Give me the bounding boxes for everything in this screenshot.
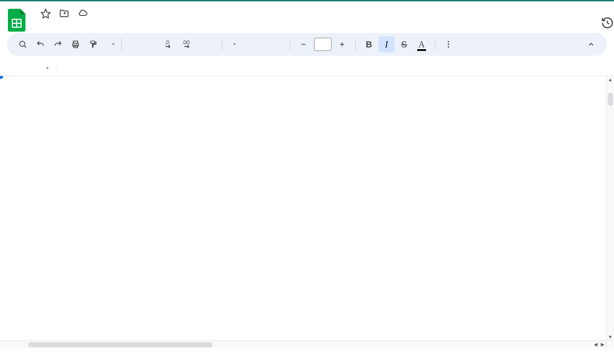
paint-format-icon[interactable] [85,36,101,52]
svg-line-4 [24,46,26,47]
increase-font-size-button[interactable] [334,36,350,52]
increase-decimal-icon[interactable]: .00 [180,36,195,52]
menu-edit[interactable] [41,24,50,28]
sheets-logo-icon[interactable] [7,7,26,33]
document-title[interactable] [31,13,34,14]
spreadsheet-grid[interactable]: ▲ ▼ ◀ ▶ [0,76,614,348]
star-icon[interactable] [40,8,51,19]
decrease-decimal-icon[interactable]: .0 [162,36,178,52]
bold-button[interactable]: B [361,36,377,52]
italic-button[interactable]: I [379,36,394,52]
format-currency-button[interactable] [127,36,143,52]
redo-icon[interactable] [50,36,66,52]
horizontal-scroll-thumb[interactable] [28,342,213,347]
menu-tools[interactable] [94,24,103,28]
menu-help[interactable] [115,24,124,28]
name-box[interactable] [4,65,54,71]
formula-bar [0,60,614,76]
print-icon[interactable] [68,36,83,52]
svg-point-16 [448,46,449,47]
selection-fill-handle[interactable] [0,76,3,79]
menu-view[interactable] [52,24,61,28]
scroll-down-arrow-icon[interactable]: ▼ [607,333,614,340]
menu-format[interactable] [73,24,82,28]
document-header [0,1,614,33]
svg-text:.00: .00 [182,40,190,46]
chevron-down-icon [111,42,116,47]
chevron-down-icon [45,65,50,71]
zoom-dropdown[interactable] [103,42,116,47]
chevron-down-icon [232,42,237,47]
search-menu-icon[interactable] [15,36,31,52]
menu-extensions[interactable] [105,24,113,28]
toolbar: .0 .00 B I S A [7,33,607,56]
menu-file[interactable] [31,24,40,28]
font-size-input[interactable] [314,38,332,51]
move-to-folder-icon[interactable] [59,8,69,19]
strikethrough-button[interactable]: S [396,36,412,52]
svg-point-15 [448,43,449,45]
horizontal-scrollbar[interactable]: ◀ ▶ [0,340,606,348]
svg-text:.0: .0 [165,40,170,46]
scroll-up-arrow-icon[interactable]: ▲ [607,76,614,83]
scroll-right-arrow-icon[interactable]: ▶ [600,341,605,348]
svg-point-3 [20,41,25,47]
undo-icon[interactable] [33,36,48,52]
font-family-dropdown[interactable] [228,42,285,47]
vertical-scrollbar[interactable]: ▲ ▼ [606,76,614,340]
text-color-button[interactable]: A [414,36,430,52]
svg-rect-8 [90,41,95,43]
last-edit-history-icon[interactable] [601,16,614,29]
collapse-toolbar-icon[interactable] [583,36,599,52]
cloud-status-icon[interactable] [77,8,88,19]
vertical-scroll-thumb[interactable] [608,93,613,106]
svg-point-14 [448,41,449,43]
more-toolbar-icon[interactable] [441,36,456,52]
selection-outline [0,76,2,78]
more-formats-button[interactable] [197,36,217,52]
menu-bar [31,22,607,31]
menu-insert[interactable] [62,24,71,28]
scroll-left-arrow-icon[interactable]: ◀ [593,341,598,348]
decrease-font-size-button[interactable] [296,36,311,52]
format-percent-button[interactable] [144,36,160,52]
scroll-corner [606,340,614,348]
menu-data[interactable] [83,24,92,28]
